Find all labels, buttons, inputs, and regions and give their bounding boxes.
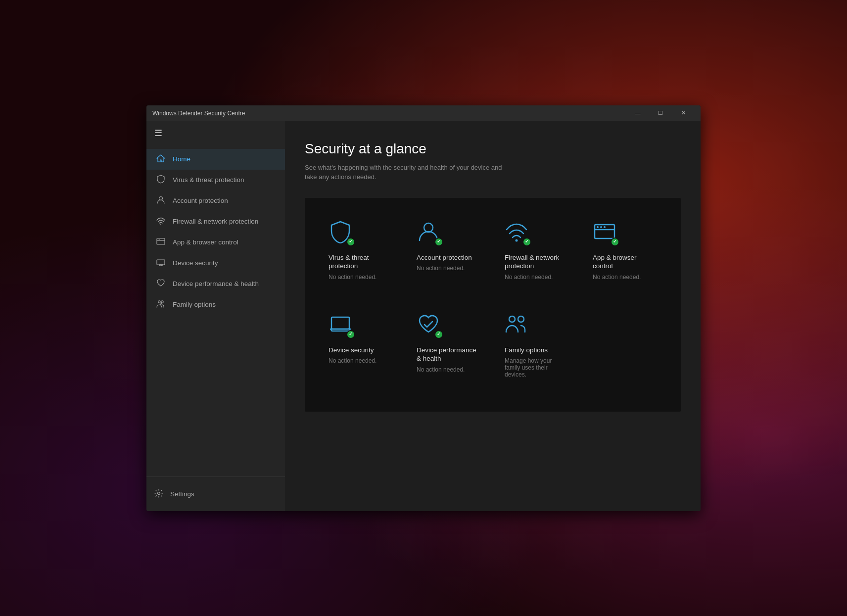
sidebar-label-devperf: Device performance & health: [173, 280, 259, 287]
sidebar-label-home: Home: [173, 155, 190, 163]
appbrowser-card[interactable]: App & browser control No action needed.: [581, 210, 669, 290]
devperf-check-badge: [434, 330, 443, 339]
sidebar-item-home[interactable]: Home: [146, 149, 285, 170]
account-card-status: No action needed.: [417, 265, 481, 272]
title-bar: Windows Defender Security Centre — ☐ ✕: [146, 105, 701, 121]
family-card-title: Family options: [505, 346, 569, 355]
nav-items: Home Virus & threat protection: [146, 145, 285, 476]
close-button[interactable]: ✕: [672, 105, 695, 121]
account-check-badge: [434, 237, 443, 246]
svg-point-14: [158, 492, 160, 494]
sidebar-label-account: Account protection: [173, 197, 228, 204]
family-card-icon-wrap: [505, 312, 530, 338]
sidebar-item-firewall[interactable]: Firewall & network protection: [146, 211, 285, 232]
firewall-card-status: No action needed.: [505, 274, 569, 281]
svg-rect-22: [331, 317, 349, 329]
family-icon: [156, 299, 166, 310]
account-card-title: Account protection: [417, 253, 481, 262]
sidebar: ☰ Home: [146, 121, 285, 511]
family-card-status: Manage how your family uses their device…: [505, 357, 569, 378]
appbrowser-check-badge: [611, 237, 619, 246]
virus-check-badge: [346, 237, 355, 246]
heart-icon: [156, 279, 166, 289]
devicesec-check-badge: [346, 330, 355, 339]
window-controls: — ☐ ✕: [626, 105, 695, 121]
cards-area: Virus & threat protection No action need…: [305, 198, 681, 412]
devperf-card-status: No action needed.: [417, 366, 481, 373]
sidebar-label-family: Family options: [173, 301, 216, 308]
svg-point-15: [424, 223, 433, 232]
sidebar-label-virus: Virus & threat protection: [173, 176, 244, 184]
svg-point-13: [160, 303, 162, 304]
home-icon: [156, 154, 166, 165]
appbrowser-card-icon-wrap: [593, 220, 618, 245]
cards-row-1: Virus & threat protection No action need…: [317, 210, 669, 290]
sidebar-label-firewall: Firewall & network protection: [173, 218, 258, 225]
device-icon: [156, 258, 166, 269]
devicesec-card-status: No action needed.: [329, 357, 393, 364]
gear-icon: [154, 489, 163, 499]
sidebar-item-family[interactable]: Family options: [146, 294, 285, 315]
settings-item[interactable]: Settings: [154, 485, 277, 503]
wifi-icon: [156, 216, 166, 227]
svg-point-20: [600, 226, 602, 228]
devicesec-card-icon-wrap: [329, 312, 354, 338]
svg-point-11: [158, 300, 160, 302]
settings-label: Settings: [170, 490, 194, 498]
sidebar-item-devicesec[interactable]: Device security: [146, 253, 285, 274]
account-card[interactable]: Account protection No action needed.: [405, 210, 493, 290]
sidebar-item-appbrowser[interactable]: App & browser control: [146, 232, 285, 253]
virus-card[interactable]: Virus & threat protection No action need…: [317, 210, 405, 290]
shield-icon: [156, 175, 166, 186]
page-subtitle: See what's happening with the security a…: [305, 163, 513, 182]
window-title: Windows Defender Security Centre: [152, 110, 245, 117]
appbrowser-card-title: App & browser control: [593, 253, 657, 271]
hamburger-icon[interactable]: ☰: [154, 128, 162, 139]
svg-point-21: [604, 226, 606, 228]
svg-point-16: [516, 239, 518, 241]
sidebar-item-virus[interactable]: Virus & threat protection: [146, 170, 285, 190]
svg-point-23: [509, 316, 515, 322]
firewall-card[interactable]: Firewall & network protection No action …: [493, 210, 581, 290]
appbrowser-card-status: No action needed.: [593, 274, 657, 281]
svg-point-5: [159, 239, 160, 240]
devperf-card-title: Device performance & health: [417, 346, 481, 363]
devperf-card[interactable]: Device performance & health No action ne…: [405, 302, 493, 388]
page-heading: Security at a glance: [305, 141, 681, 157]
minimize-button[interactable]: —: [626, 105, 649, 121]
firewall-check-badge: [522, 237, 531, 246]
sidebar-header: ☰: [146, 121, 285, 145]
svg-point-1: [160, 224, 161, 225]
svg-point-19: [597, 226, 599, 228]
firewall-card-icon-wrap: [505, 220, 530, 245]
maximize-button[interactable]: ☐: [649, 105, 672, 121]
virus-card-title: Virus & threat protection: [329, 253, 393, 271]
devicesec-card-title: Device security: [329, 346, 393, 355]
sidebar-item-devperf[interactable]: Device performance & health: [146, 274, 285, 294]
cards-row-2: Device security No action needed. Dev: [317, 302, 669, 388]
svg-point-4: [158, 239, 159, 240]
sidebar-label-devicesec: Device security: [173, 259, 218, 267]
app-window: Windows Defender Security Centre — ☐ ✕ ☰: [146, 105, 701, 511]
sidebar-label-appbrowser: App & browser control: [173, 238, 238, 246]
family-check-icon: [505, 312, 528, 336]
svg-point-24: [518, 316, 524, 322]
devperf-card-icon-wrap: [417, 312, 442, 338]
browser-icon: [156, 237, 166, 248]
main-content: Security at a glance See what's happenin…: [285, 121, 701, 511]
svg-rect-6: [157, 260, 165, 265]
account-card-icon-wrap: [417, 220, 442, 245]
virus-card-icon-wrap: [329, 220, 354, 245]
account-icon: [156, 195, 166, 206]
devicesec-card[interactable]: Device security No action needed.: [317, 302, 405, 388]
app-body: ☰ Home: [146, 121, 701, 511]
sidebar-item-account[interactable]: Account protection: [146, 190, 285, 211]
family-card[interactable]: Family options Manage how your family us…: [493, 302, 581, 388]
virus-card-status: No action needed.: [329, 274, 393, 281]
svg-point-12: [161, 300, 163, 302]
firewall-card-title: Firewall & network protection: [505, 253, 569, 271]
sidebar-footer: Settings: [146, 476, 285, 511]
